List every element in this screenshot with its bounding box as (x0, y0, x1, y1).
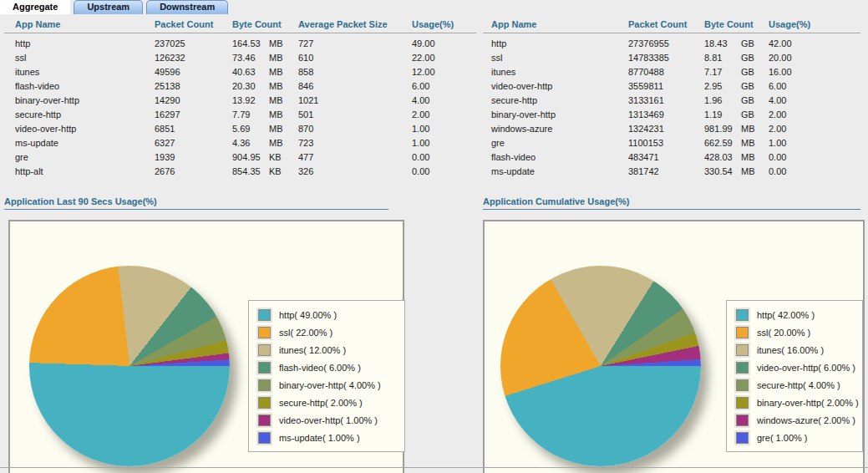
cell: 0.00 (769, 150, 860, 164)
cell: 1.00 (412, 135, 476, 150)
legend-color-swatch (736, 344, 749, 356)
legend-item: ms-update( 1.00% ) (256, 429, 398, 446)
byte-unit: MB (269, 67, 283, 77)
cell: 2.00 (769, 121, 860, 135)
cell: 4.00 (769, 93, 860, 107)
legend-item: binary-over-http( 2.00% ) (733, 394, 855, 411)
pie-chart-last-90-secs (29, 266, 230, 466)
legend-label: flash-video( 6.00% ) (279, 363, 361, 373)
aggregate-usage-table-left: App NamePacket CountByte CountAverage Pa… (4, 17, 476, 178)
cell: 49596 (155, 64, 232, 79)
cell: video-over-http (4, 121, 155, 135)
byte-count-cell: 7.17GB (704, 64, 769, 79)
byte-count-cell: 8.81GB (704, 50, 769, 64)
column-header: Packet Count (155, 17, 232, 33)
legend-item: gre( 1.00% ) (733, 429, 855, 446)
cell: 16297 (155, 107, 232, 121)
cell: secure-http (483, 93, 628, 107)
legend-item: http( 42.00% ) (733, 306, 855, 323)
legend-label: itunes( 16.00% ) (757, 345, 824, 355)
table-row: ms-update381742330.54MB0.00 (483, 164, 860, 178)
cell: flash-video (4, 79, 155, 93)
legend-color-swatch (258, 327, 271, 338)
cell: 610 (298, 50, 412, 64)
cell: http (4, 33, 155, 51)
cell: gre (4, 150, 155, 164)
legend-item: secure-http( 4.00% ) (733, 376, 855, 394)
byte-count-cell: 330.54MB (704, 164, 769, 178)
byte-unit: KB (269, 166, 282, 176)
cell: 2676 (155, 164, 232, 178)
byte-value: 330.54 (704, 166, 741, 176)
byte-unit: GB (741, 38, 754, 48)
chart-panel-last-90-secs: http( 49.00% )ssl( 22.00% )itunes( 12.00… (8, 220, 404, 473)
legend-label: http( 42.00% ) (757, 310, 815, 320)
byte-count-cell: 20.30MB (232, 79, 298, 93)
tab-aggregate[interactable]: Aggregate (0, 0, 70, 14)
cell: itunes (4, 64, 155, 79)
cell: binary-over-http (483, 107, 628, 121)
table-row: itunes4959640.63MB85812.00 (4, 64, 476, 79)
byte-value: 854.35 (232, 166, 269, 176)
table-row: ssl12623273.46MB61022.00 (4, 50, 476, 64)
table-row: ssl147833858.81GB20.00 (483, 50, 860, 64)
legend-label: windows-azure( 2.00% ) (757, 415, 855, 425)
legend-label: video-over-http( 6.00% ) (757, 363, 855, 373)
byte-unit: MB (741, 166, 755, 176)
byte-unit: MB (269, 138, 283, 148)
byte-count-cell: 1.19GB (704, 107, 769, 121)
column-header: Usage(%) (412, 17, 476, 33)
tab-upstream[interactable]: Upstream (74, 0, 143, 14)
cell: 846 (298, 79, 412, 93)
byte-value: 7.79 (232, 109, 269, 120)
byte-count-cell: 5.69MB (232, 121, 298, 135)
cell: 0.00 (412, 164, 476, 178)
cell: 3559811 (628, 79, 704, 93)
table-row: http-alt2676854.35KB3260.00 (4, 164, 476, 178)
cell: 6851 (155, 121, 232, 135)
column-header: Byte Count (232, 17, 298, 33)
cell: 1.00 (769, 135, 860, 150)
byte-count-cell: 854.35KB (232, 164, 298, 178)
legend-color-swatch (258, 309, 271, 321)
legend-color-swatch (736, 362, 749, 374)
tab-downstream[interactable]: Downstream (146, 0, 228, 14)
legend-label: gre( 1.00% ) (757, 433, 808, 443)
cell: http-alt (4, 164, 155, 178)
legend-label: binary-over-http( 4.00% ) (279, 380, 381, 390)
legend-label: http( 49.00% ) (279, 310, 337, 320)
byte-unit: KB (269, 152, 282, 162)
cell: 14783385 (628, 50, 704, 64)
cell: 25138 (155, 79, 232, 93)
section-title-last-90-secs: Application Last 90 Secs Usage(%) (4, 196, 157, 206)
table-row: windows-azure1324231981.99MB2.00 (483, 121, 860, 135)
cell: 0.00 (412, 150, 476, 164)
cumulative-usage-table-right: App NamePacket CountByte CountUsage(%)ht… (483, 17, 860, 178)
cell: 1939 (155, 150, 232, 164)
table-row: gre1939904.95KB4770.00 (4, 150, 476, 164)
byte-count-cell: 7.79MB (232, 107, 298, 121)
pie-chart-cumulative (500, 266, 701, 466)
byte-value: 40.63 (232, 67, 269, 77)
cell: ms-update (483, 164, 628, 178)
cell: 483471 (628, 150, 704, 164)
tab-bar: AggregateUpstreamDownstream (0, 0, 228, 14)
byte-value: 981.99 (704, 124, 741, 134)
legend-last-90-secs: http( 49.00% )ssl( 22.00% )itunes( 12.00… (248, 300, 405, 452)
cell: 1100153 (628, 135, 704, 150)
byte-unit: GB (741, 53, 754, 63)
byte-count-cell: 428.03MB (704, 150, 769, 164)
cell: secure-http (4, 107, 155, 121)
cell: 126232 (155, 50, 232, 64)
legend-item: windows-azure( 2.00% ) (733, 411, 855, 429)
cell: 1313469 (628, 107, 704, 121)
byte-value: 5.69 (232, 124, 269, 134)
legend-item: itunes( 12.00% ) (256, 341, 398, 359)
table-row: http2737695518.43GB42.00 (483, 33, 860, 51)
table-row: ms-update63274.36MB7231.00 (4, 135, 476, 150)
legend-color-swatch (736, 432, 749, 444)
cell: 6.00 (412, 79, 476, 93)
byte-count-cell: 662.59MB (704, 135, 769, 150)
column-header: App Name (4, 17, 155, 33)
cell: 1021 (298, 93, 412, 107)
